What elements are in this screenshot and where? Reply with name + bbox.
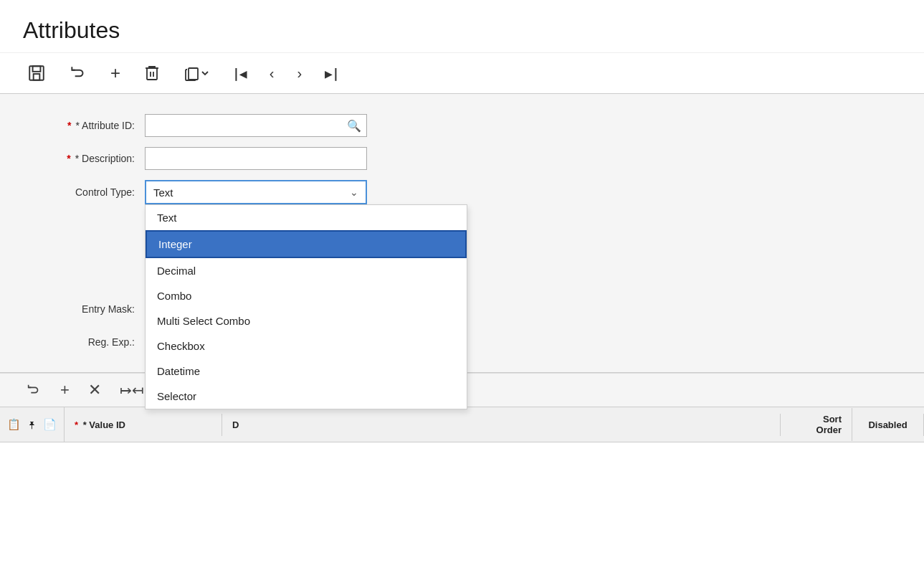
dropdown-option-text[interactable]: Text: [146, 205, 467, 230]
description-label: * * Description:: [23, 153, 145, 164]
add-icon: +: [110, 63, 120, 83]
dropdown-option-datetime[interactable]: Datetime: [146, 359, 467, 384]
svg-rect-6: [189, 68, 198, 80]
dropdown-list: Text Integer Decimal Combo Multi Select …: [145, 204, 467, 409]
table-col-sort-order: SortOrder: [781, 408, 852, 441]
expand-bottom-button[interactable]: ↦↤: [117, 380, 147, 400]
remove-bottom-icon: ✕: [88, 381, 101, 399]
description-input[interactable]: [145, 147, 367, 170]
dropdown-option-decimal[interactable]: Decimal: [146, 258, 467, 283]
add-bottom-icon: +: [60, 381, 70, 399]
last-icon: ▶|: [325, 66, 339, 81]
dropdown-selected-value: Text: [153, 186, 173, 199]
last-button[interactable]: ▶|: [320, 63, 343, 84]
control-type-row: Control Type: Text ⌄ Text Integer Decim: [23, 180, 901, 204]
first-icon: |◀: [232, 66, 247, 81]
next-button[interactable]: ›: [292, 62, 306, 85]
entry-mask-label: Entry Mask:: [23, 303, 145, 315]
table-header-icons: 📋 🖈 📄: [0, 407, 65, 442]
control-type-dropdown[interactable]: Text ⌄ Text Integer Decimal Combo: [145, 180, 367, 204]
expand-bottom-icon: ↦↤: [120, 381, 144, 399]
next-icon: ›: [297, 65, 302, 82]
attribute-id-row: * * Attribute ID: 🔍: [23, 114, 901, 137]
table-copy-icon: 📋: [7, 418, 21, 431]
copy-button[interactable]: [179, 62, 214, 85]
svg-rect-0: [29, 66, 44, 80]
table-doc-icon: 📄: [43, 418, 57, 431]
attribute-id-label: * * Attribute ID:: [23, 120, 145, 131]
remove-bottom-button[interactable]: ✕: [85, 379, 104, 401]
main-toolbar: + |◀ ‹: [0, 52, 924, 94]
svg-rect-2: [34, 74, 40, 80]
dropdown-option-combo[interactable]: Combo: [146, 283, 467, 308]
page-header: Attributes: [0, 0, 924, 52]
add-button[interactable]: +: [106, 60, 125, 86]
add-bottom-button[interactable]: +: [57, 379, 72, 401]
table-col-value-id: * * Value ID: [65, 414, 222, 436]
attribute-id-input[interactable]: [145, 114, 367, 137]
main-page: Attributes +: [0, 0, 924, 588]
description-required-star: *: [67, 153, 70, 164]
control-type-label: Control Type:: [23, 186, 145, 198]
table-header: 📋 🖈 📄 * * Value ID D SortOrder Disabled: [0, 407, 924, 442]
table-attach-icon: 🖈: [27, 419, 37, 431]
page-title: Attributes: [23, 17, 901, 44]
search-icon: 🔍: [347, 119, 361, 133]
dropdown-option-multi-select-combo[interactable]: Multi Select Combo: [146, 308, 467, 333]
svg-rect-3: [147, 68, 157, 80]
form-area: * * Attribute ID: 🔍 * * Description: Con…: [0, 94, 924, 373]
save-button[interactable]: [23, 61, 50, 85]
dropdown-trigger[interactable]: Text ⌄: [145, 180, 367, 204]
attribute-id-field-wrapper: 🔍: [145, 114, 367, 137]
dropdown-option-integer[interactable]: Integer: [146, 230, 467, 258]
undo-button[interactable]: [65, 61, 92, 85]
refresh-bottom-button[interactable]: [23, 381, 44, 399]
chevron-down-icon: ⌄: [350, 186, 358, 198]
prev-button[interactable]: ‹: [265, 62, 279, 85]
table-col-disabled: Disabled: [852, 414, 924, 436]
delete-button[interactable]: [139, 61, 165, 85]
first-button[interactable]: |◀: [228, 63, 251, 84]
dropdown-option-selector[interactable]: Selector: [146, 384, 467, 409]
dropdown-option-checkbox[interactable]: Checkbox: [146, 333, 467, 359]
attribute-id-required-star: *: [67, 120, 71, 131]
prev-icon: ‹: [270, 65, 275, 82]
value-id-required-star: *: [75, 419, 78, 430]
table-col-description: D: [222, 414, 781, 436]
svg-rect-1: [33, 66, 41, 72]
reg-exp-label: Reg. Exp.:: [23, 336, 145, 348]
description-row: * * Description:: [23, 147, 901, 170]
